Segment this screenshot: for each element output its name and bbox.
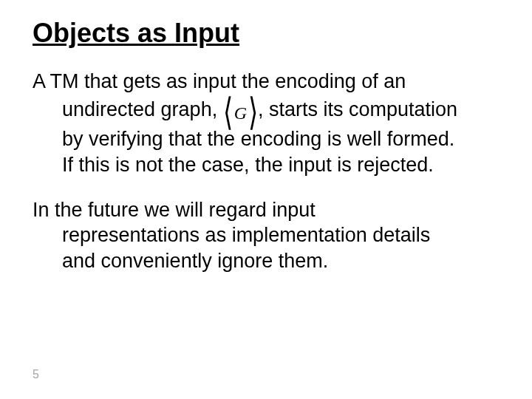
encoding-notation: ⟨G⟩ (223, 95, 258, 127)
p2-line1: In the future we will regard input (33, 197, 499, 223)
left-angle-icon: ⟨ (223, 88, 233, 136)
p1-line3: by verifying that the encoding is well f… (33, 126, 499, 152)
p1-line2: undirected graph, ⟨G⟩ , starts its compu… (33, 95, 499, 127)
p1-line2b: , starts its computation (258, 98, 457, 120)
paragraph-1: A TM that gets as input the encoding of … (33, 69, 499, 177)
p2-line3: and conveniently ignore them. (33, 248, 499, 274)
encoding-variable: G (233, 103, 248, 123)
p1-line2a: undirected graph, (62, 98, 217, 120)
right-angle-icon: ⟩ (248, 88, 258, 136)
paragraph-2: In the future we will regard input repre… (33, 197, 499, 274)
p1-line1: A TM that gets as input the encoding of … (33, 69, 499, 95)
p2-line2: representations as implementation detail… (33, 222, 499, 248)
slide: Objects as Input A TM that gets as input… (0, 0, 532, 399)
slide-title: Objects as Input (33, 18, 499, 48)
page-number: 5 (33, 368, 39, 381)
p1-line4: If this is not the case, the input is re… (33, 152, 499, 178)
